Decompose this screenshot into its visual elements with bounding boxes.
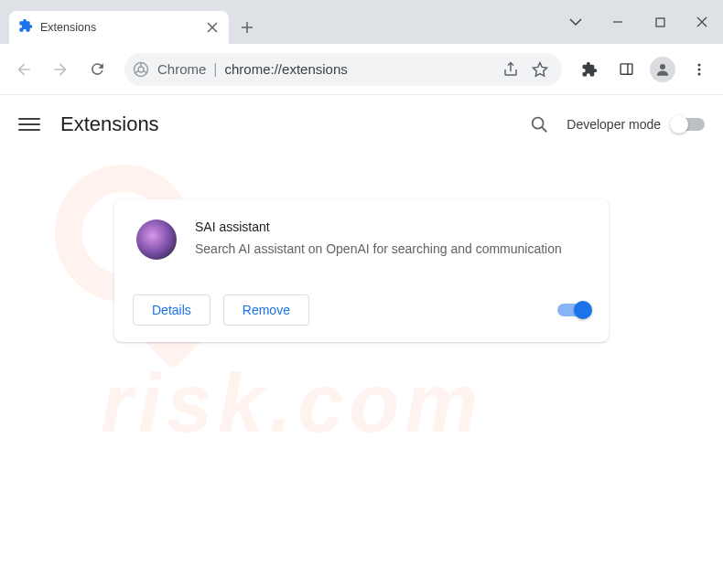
tab-search-button[interactable] <box>555 4 597 40</box>
profile-avatar[interactable] <box>646 53 679 86</box>
reload-button[interactable] <box>81 53 113 86</box>
extension-enable-toggle[interactable] <box>557 304 590 316</box>
forward-button[interactable] <box>44 53 77 86</box>
extensions-icon[interactable] <box>573 53 606 86</box>
svg-rect-3 <box>620 64 632 74</box>
search-icon[interactable] <box>528 113 550 135</box>
chrome-icon <box>132 60 150 79</box>
menu-button[interactable] <box>18 113 40 135</box>
bookmark-icon[interactable] <box>531 60 549 79</box>
svg-point-5 <box>698 63 701 66</box>
omnibox-url: chrome://extensions <box>225 61 494 77</box>
toolbar: Chrome | chrome://extensions <box>0 44 723 95</box>
svg-rect-0 <box>656 18 664 27</box>
extension-app-icon <box>136 219 177 260</box>
back-button[interactable] <box>7 53 40 86</box>
developer-mode-toggle[interactable] <box>672 118 705 131</box>
extension-name: SAI assistant <box>195 219 587 234</box>
close-window-button[interactable] <box>681 4 723 40</box>
extension-description: Search AI assistant on OpenAI for search… <box>195 240 587 259</box>
browser-tab[interactable]: Extensions <box>9 11 229 44</box>
details-button[interactable]: Details <box>133 294 210 326</box>
new-tab-button[interactable] <box>234 15 260 40</box>
extensions-content: SAI assistant Search AI assistant on Ope… <box>0 154 723 360</box>
remove-button[interactable]: Remove <box>223 294 309 326</box>
sidepanel-icon[interactable] <box>610 53 642 86</box>
extension-icon <box>18 18 33 37</box>
omnibox-divider: | <box>213 61 217 78</box>
minimize-button[interactable] <box>597 4 639 40</box>
developer-mode-label: Developer mode <box>567 117 661 132</box>
menu-icon[interactable] <box>683 53 716 86</box>
svg-point-6 <box>698 68 701 70</box>
svg-point-4 <box>660 64 665 69</box>
close-tab-icon[interactable] <box>205 20 220 35</box>
extension-card: SAI assistant Search AI assistant on Ope… <box>114 199 609 342</box>
omnibox-label: Chrome <box>157 61 206 77</box>
svg-point-7 <box>698 72 701 75</box>
maximize-button[interactable] <box>639 4 681 40</box>
extensions-header: Extensions Developer mode <box>0 95 723 154</box>
omnibox[interactable]: Chrome | chrome://extensions <box>124 53 562 86</box>
tab-title: Extensions <box>40 21 198 34</box>
titlebar: Extensions <box>0 0 723 44</box>
share-icon[interactable] <box>502 60 520 79</box>
window-controls <box>555 0 723 44</box>
svg-point-8 <box>533 118 544 129</box>
svg-point-2 <box>138 67 144 72</box>
page-title: Extensions <box>60 112 528 136</box>
